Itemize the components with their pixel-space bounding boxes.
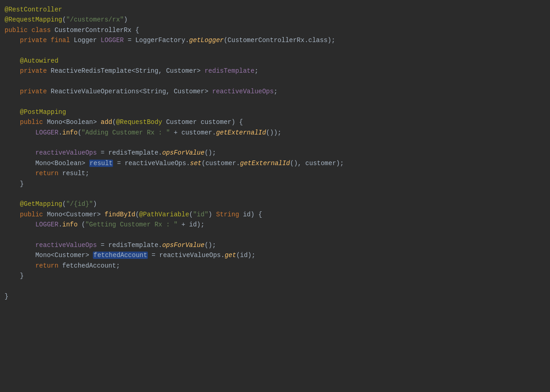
token: ;: [274, 88, 277, 95]
token: ): [93, 200, 97, 208]
token: }: [20, 272, 24, 279]
line-content: [5, 230, 541, 240]
token: (CustomerControllerRx.class);: [224, 37, 335, 44]
token: [5, 67, 20, 75]
token: fetchedAccount: [93, 252, 148, 259]
token: final: [51, 37, 74, 44]
token: [5, 170, 35, 177]
token: [5, 180, 20, 188]
token: =: [124, 37, 135, 44]
token: ();: [205, 242, 216, 249]
token: [5, 149, 35, 156]
line-content: }: [5, 179, 541, 189]
line-content: return fetchedAccount;: [5, 261, 541, 271]
code-line: @RequestMapping("/customers/rx"): [0, 15, 550, 25]
line-content: [5, 189, 541, 199]
token: "Adding Customer Rx : ": [81, 129, 170, 136]
line-content: public Mono<Customer> findById(@PathVari…: [5, 209, 541, 220]
token: private: [20, 37, 51, 44]
token: ) {: [251, 211, 262, 218]
token: (), customer);: [290, 160, 344, 167]
line-content: @PostMapping: [5, 107, 541, 117]
token: public: [20, 118, 47, 126]
token: ): [208, 211, 216, 218]
token: public: [5, 27, 32, 34]
token: ();: [205, 149, 216, 156]
token: public: [20, 211, 47, 218]
token: ReactiveValueOperations: [51, 88, 139, 95]
code-line: [0, 76, 550, 86]
token: @GetMapping: [20, 200, 62, 208]
token: (: [189, 211, 193, 218]
line-content: public Mono<Boolean> add(@RequestBody Cu…: [5, 117, 541, 127]
token: [5, 272, 20, 279]
token: [5, 108, 20, 116]
code-line: }: [0, 179, 550, 189]
line-content: [5, 76, 541, 86]
token: .: [59, 221, 62, 228]
line-content: LOGGER.info ("Getting Customer Rx : " + …: [5, 220, 541, 230]
token: [5, 200, 20, 208]
token: findById: [104, 211, 135, 218]
token: redisTemplate: [205, 67, 254, 75]
token: info: [62, 221, 81, 228]
token: @RestController: [5, 6, 62, 13]
token: = reactiveValueOps.: [113, 160, 190, 167]
token: + customer.: [170, 129, 216, 136]
token: get: [225, 252, 236, 259]
token: .: [59, 129, 62, 136]
token: Mono: [35, 160, 51, 167]
token: "Getting Customer Rx : ": [85, 221, 178, 228]
code-line: [0, 97, 550, 107]
token: }: [20, 180, 24, 188]
code-line: public Mono<Boolean> add(@RequestBody Cu…: [0, 117, 550, 127]
token: ;: [254, 67, 258, 75]
line-content: [5, 46, 541, 56]
code-line: }: [0, 291, 550, 301]
code-line: }: [0, 271, 550, 281]
token: = redisTemplate.: [97, 149, 162, 156]
code-line: return result;: [0, 168, 550, 178]
token: reactiveValueOps: [35, 242, 97, 249]
code-line: LOGGER.info("Adding Customer Rx : " + cu…: [0, 128, 550, 138]
line-content: public class CustomerControllerRx {: [5, 25, 541, 35]
token: ReactiveRedisTemplate: [51, 67, 131, 75]
code-line: return fetchedAccount;: [0, 261, 550, 271]
token: "/customers/rx": [66, 16, 124, 23]
token: Logger: [74, 37, 101, 44]
line-content: @RequestMapping("/customers/rx"): [5, 15, 541, 25]
token: ());: [266, 129, 281, 136]
token: Mono: [35, 252, 51, 259]
token: getLogger: [189, 37, 224, 44]
token: String: [216, 211, 243, 218]
token: <String,: [139, 88, 174, 95]
token: >: [197, 67, 205, 75]
token: [5, 262, 35, 269]
code-line: @GetMapping("/{id}"): [0, 199, 550, 209]
token: reactiveValueOps: [212, 88, 274, 95]
token: Customer: [166, 118, 201, 126]
token: [5, 57, 20, 64]
token: CustomerControllerRx: [54, 27, 135, 34]
code-line: reactiveValueOps = redisTemplate.opsForV…: [0, 148, 550, 158]
token: Customer: [174, 88, 205, 95]
token: customer: [201, 118, 232, 126]
token: {: [135, 27, 139, 34]
line-content: @GetMapping("/{id}"): [5, 199, 541, 209]
token: getExternalId: [216, 129, 266, 136]
token: "/{id}": [66, 200, 93, 208]
token: @Autowired: [20, 57, 59, 64]
token: [5, 252, 35, 259]
line-content: LOGGER.info("Adding Customer Rx : " + cu…: [5, 128, 541, 138]
token: @PostMapping: [20, 108, 66, 116]
code-line: Mono<Boolean> result = reactiveValueOps.…: [0, 158, 550, 168]
token: "id": [193, 211, 209, 218]
line-content: reactiveValueOps = redisTemplate.opsForV…: [5, 148, 541, 158]
line-content: reactiveValueOps = redisTemplate.opsForV…: [5, 240, 541, 250]
line-content: @Autowired: [5, 56, 541, 66]
token: id: [243, 211, 251, 218]
token: <Customer>: [62, 211, 104, 218]
code-editor: @RestController@RequestMapping("/custome…: [0, 0, 550, 392]
token: @RequestMapping: [5, 16, 62, 23]
code-line: [0, 138, 550, 148]
